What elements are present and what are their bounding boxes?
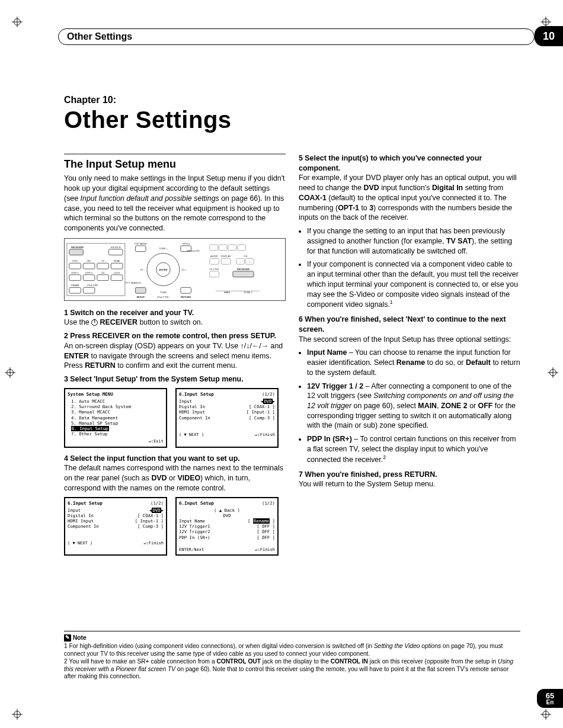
left-column: The Input Setup menu You only need to ma… [64,153,286,562]
step-6: 6 When you're finished, select 'Next' to… [299,315,520,344]
step-6-bullet-1: Input Name – You can choose to rename th… [307,348,520,377]
step-6-bullet-3: PDP In (SR+) – To control certain functi… [307,434,520,464]
svg-text:ST +: ST + [181,268,187,271]
pencil-icon: ✎ [64,634,71,642]
intro-paragraph: You only need to make settings in the In… [64,174,286,233]
svg-text:SOURCE: SOURCE [110,245,121,248]
section-title: The Input Setup menu [64,157,286,171]
svg-rect-36 [97,275,109,281]
svg-text:DVR 1: DVR 1 [72,271,79,274]
svg-text:CD: CD [101,271,105,274]
step-1: 1 Switch on the receiver and your TV. Us… [64,308,286,328]
crop-mark-icon [540,709,551,720]
step-5-bullet-1: If you change the setting to an input th… [307,226,520,256]
chapter-chip: 10 [535,26,563,46]
svg-text:TOOLS: TOOLS [182,242,190,245]
osd-input-setup-3: 6.Input Setup(1/2) ( ▲ Back )DVD Input N… [175,497,279,556]
osd-input-setup-2: 6.Input Setup(1/2) Input◀DVD▶Digital In[… [64,497,167,556]
svg-text:+: + [249,260,251,263]
osd-input-setup-1: 6.Input Setup(1/2) Input◀DVD▶Digital In[… [175,388,279,448]
step-5-bullet-2: If your component is connected via a com… [307,259,520,310]
chapter-label: Chapter 10: [64,95,520,105]
header: Other Settings [58,28,535,45]
arrow-left-icon: ← [252,341,259,351]
svg-text:-: - [240,260,241,263]
remote-diagram: RECEIVER SOURCE DVD BD TV HDMI DVR 1 DVR… [64,238,286,301]
svg-text:TOP MENU: TOP MENU [134,242,147,245]
crop-mark-icon [548,367,558,378]
svg-text:DISPLAY: DISPLAY [221,255,231,258]
svg-rect-64 [238,245,246,251]
footnotes: ✎Note 1 For high-definition video (using… [64,631,520,681]
svg-rect-57 [181,287,191,293]
svg-text:CH: CH [244,255,247,258]
header-title: Other Settings [58,28,535,45]
step-4: 4 Select the input function that you wan… [64,454,286,493]
svg-rect-63 [228,245,236,251]
arrow-down-icon: ↓ [246,341,249,351]
svg-rect-24 [69,263,81,269]
svg-rect-55 [135,287,146,293]
svg-text:MAIN: MAIN [224,291,230,294]
svg-text:TUNE: TUNE [160,291,167,294]
arrow-up-icon: ↑ [241,341,244,351]
svg-text:iPod USB: iPod USB [87,284,98,287]
footnote-2: 2 You will have to make an SR+ cable con… [64,658,520,681]
svg-text:ZONE 2: ZONE 2 [244,291,253,294]
note-label: ✎Note [64,634,87,642]
svg-text:CD-R: CD-R [114,271,120,274]
svg-text:iPod CTRL: iPod CTRL [157,296,169,299]
svg-rect-32 [69,275,81,281]
svg-text:RECEIVER: RECEIVER [71,245,84,248]
svg-text:TV: TV [101,259,105,262]
power-icon [91,319,98,326]
svg-rect-40 [69,287,81,293]
right-column: 5 Select the input(s) to which you've co… [299,153,520,562]
svg-text:TV CTRL: TV CTRL [209,268,220,271]
svg-rect-26 [83,263,95,269]
svg-text:ST -: ST - [140,268,145,271]
svg-text:AUDIO: AUDIO [210,255,218,258]
chapter-title: Other Settings [64,107,520,133]
page-content: Chapter 10: Other Settings The Input Set… [64,95,520,562]
svg-text:MENU/LIST: MENU/LIST [187,249,200,252]
svg-text:DVR 2: DVR 2 [85,271,93,274]
svg-text:TUNE +: TUNE + [159,246,168,249]
footnote-1: 1 For high-definition video (using compo… [64,643,520,658]
section-rule [64,153,286,155]
arrow-right-icon: → [261,341,268,351]
step-3: 3 Select 'Input Setup' from the System S… [64,374,286,384]
svg-rect-66 [210,258,219,264]
svg-rect-38 [111,275,123,281]
svg-rect-77 [233,271,254,277]
svg-text:SETUP: SETUP [136,296,145,299]
crop-mark-icon [12,17,23,27]
svg-text:FM/AM: FM/AM [71,284,79,287]
svg-rect-61 [210,245,218,251]
svg-rect-75 [210,271,219,277]
page-number-chip: 65 En [537,689,563,708]
svg-rect-34 [83,275,95,281]
svg-text:RECEIVER: RECEIVER [237,268,249,271]
svg-rect-20 [69,249,83,255]
svg-text:ENTER: ENTER [159,268,167,271]
step-2: 2 Press RECEIVER on the remote control, … [64,331,286,371]
crop-mark-icon [5,367,15,378]
svg-text:BD: BD [87,259,91,262]
svg-text:PTY SEARCH: PTY SEARCH [125,281,140,284]
svg-rect-21 [108,249,122,255]
svg-rect-42 [83,287,95,293]
svg-text:RETURN: RETURN [181,296,191,299]
svg-text:DVD: DVD [72,259,78,262]
step-6-bullet-2: 12V Trigger 1 / 2 – After connecting a c… [307,381,520,431]
osd-system-setup: System Setup MENU 1. Auto MCACC2. Surrou… [64,388,167,448]
step-5: 5 Select the input(s) to which you've co… [299,153,520,223]
svg-rect-62 [219,245,227,251]
step-7: 7 When you're finished, press RETURN. Yo… [299,470,520,489]
svg-text:HDMI: HDMI [114,259,120,262]
crop-mark-icon [12,709,23,720]
svg-rect-30 [111,263,123,269]
svg-rect-50 [135,246,146,252]
svg-rect-68 [221,258,231,264]
svg-rect-28 [97,263,109,269]
